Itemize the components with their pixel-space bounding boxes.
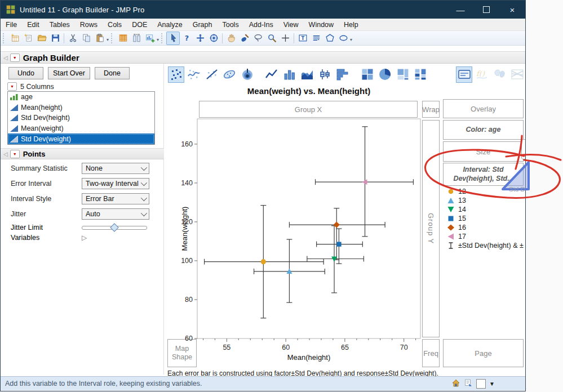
text-annotate-icon[interactable]: T bbox=[296, 32, 309, 45]
columns-icon[interactable] bbox=[130, 32, 143, 45]
graph-add-dropdown-icon[interactable]: ▾ bbox=[157, 37, 159, 42]
new-data-table-icon[interactable] bbox=[8, 32, 21, 45]
bullseye-icon[interactable] bbox=[207, 32, 220, 45]
status-dropdown-icon[interactable]: ▼ bbox=[489, 381, 495, 387]
graph-type-parallel-icon[interactable] bbox=[509, 66, 526, 83]
zone-size[interactable]: Size bbox=[443, 141, 524, 162]
legend-item-age-12[interactable]: 12 bbox=[445, 187, 526, 196]
menu-file[interactable]: File bbox=[1, 19, 22, 30]
menu-graph[interactable]: Graph bbox=[188, 19, 218, 30]
zone-overlay[interactable]: Overlay bbox=[443, 99, 524, 118]
oval-annotate-dropdown-icon[interactable]: ▾ bbox=[350, 37, 352, 42]
zone-group-y[interactable]: Group Y bbox=[422, 120, 440, 337]
point-age-15[interactable] bbox=[336, 242, 341, 246]
menu-edit[interactable]: Edit bbox=[22, 19, 45, 30]
magnifier-icon[interactable] bbox=[265, 32, 278, 45]
collapse-icon[interactable]: ◁ bbox=[3, 55, 8, 61]
legend-item-age-17[interactable]: 17 bbox=[445, 232, 526, 241]
polygon-annotate-icon[interactable] bbox=[323, 32, 336, 45]
journal-window-icon[interactable] bbox=[464, 378, 473, 389]
plot-area[interactable]: 608010012014016055606570 bbox=[170, 117, 423, 360]
menu-tools[interactable]: Tools bbox=[217, 19, 243, 30]
summary-statistic-select[interactable]: None bbox=[82, 163, 149, 174]
red-triangle-menu-icon[interactable]: ▼ bbox=[10, 54, 20, 62]
legend-item-age-15[interactable]: 15 bbox=[445, 214, 526, 223]
menu-rows[interactable]: Rows bbox=[75, 19, 103, 30]
menu-help[interactable]: Help bbox=[339, 19, 363, 30]
graph-type-scatter-icon[interactable] bbox=[168, 66, 184, 83]
menu-cols[interactable]: Cols bbox=[103, 19, 127, 30]
menu-view[interactable]: View bbox=[278, 19, 304, 30]
brush-icon[interactable] bbox=[238, 32, 251, 45]
graph-type-box-plot-icon[interactable] bbox=[317, 66, 333, 83]
slider-thumb[interactable] bbox=[110, 223, 119, 232]
zone-freq[interactable]: Freq bbox=[422, 339, 440, 367]
graph-type-area-icon[interactable] bbox=[299, 66, 316, 83]
done-button[interactable]: Done bbox=[95, 67, 130, 79]
graph-type-line-icon[interactable] bbox=[264, 66, 280, 83]
column-item-mean-weight-[interactable]: Mean(weight) bbox=[8, 123, 154, 134]
graph-type-heatmap-icon[interactable] bbox=[359, 66, 375, 83]
panel-grip-tab[interactable] bbox=[521, 139, 526, 159]
arrow-cursor-icon[interactable] bbox=[166, 32, 180, 45]
cut-icon[interactable] bbox=[66, 32, 79, 45]
open-icon[interactable] bbox=[35, 32, 48, 45]
line-annotate-icon[interactable] bbox=[309, 32, 323, 45]
interval-style-select[interactable]: Error Bar bbox=[82, 193, 149, 204]
home-window-icon[interactable] bbox=[451, 378, 460, 389]
graph-type-caption-box-icon[interactable] bbox=[456, 66, 472, 83]
graph-type-bar-icon[interactable] bbox=[281, 66, 298, 83]
start-over-button[interactable]: Start Over bbox=[48, 67, 90, 79]
oval-annotate-icon[interactable] bbox=[336, 32, 350, 45]
graph-type-mosaic-icon[interactable] bbox=[413, 66, 429, 83]
zone-interval[interactable]: Interval: Std Dev(height), Std... bbox=[443, 163, 524, 186]
variables-disclosure-icon[interactable]: ▷ bbox=[82, 234, 87, 242]
column-item-mean-height-[interactable]: Mean(height) bbox=[8, 103, 154, 113]
graph-type-formula-icon[interactable]: f() bbox=[474, 66, 490, 83]
legend-item-age-16[interactable]: 16 bbox=[445, 223, 526, 232]
point-age-12[interactable] bbox=[261, 259, 266, 264]
graph-type-pie-icon[interactable] bbox=[377, 66, 393, 83]
close-button[interactable]: × bbox=[499, 1, 525, 19]
color-swatch[interactable] bbox=[476, 379, 486, 389]
columns-red-triangle-icon[interactable]: ▼ bbox=[7, 82, 17, 91]
graph-type-map-shapes-icon[interactable] bbox=[491, 66, 508, 83]
crosshair-icon[interactable] bbox=[278, 32, 292, 45]
jitter-limit-slider[interactable] bbox=[82, 226, 147, 230]
zone-page[interactable]: Page bbox=[443, 339, 524, 367]
minimize-button[interactable]: — bbox=[447, 1, 473, 19]
menu-tables[interactable]: Tables bbox=[45, 19, 75, 30]
move-cross-icon[interactable] bbox=[193, 32, 207, 45]
menu-analyze[interactable]: Analyze bbox=[152, 19, 187, 30]
data-table-icon[interactable] bbox=[116, 32, 130, 45]
points-red-triangle-icon[interactable]: ▼ bbox=[10, 150, 20, 158]
legend-item-age-13[interactable]: 13 bbox=[445, 196, 526, 205]
zone-color[interactable]: Color: age bbox=[443, 120, 524, 140]
paste-icon[interactable] bbox=[93, 32, 107, 45]
zone-group-x[interactable]: Group X bbox=[199, 101, 418, 118]
graph-type-histogram-icon[interactable] bbox=[335, 66, 351, 83]
graph-type-line-of-fit-icon[interactable] bbox=[203, 66, 220, 83]
save-icon[interactable] bbox=[48, 32, 62, 45]
graph-type-contour-icon[interactable] bbox=[239, 66, 255, 83]
menu-addins[interactable]: Add-Ins bbox=[244, 19, 278, 30]
graph-add-icon[interactable] bbox=[143, 32, 157, 45]
column-item-std-dev-height-[interactable]: Std Dev(height) bbox=[8, 113, 154, 123]
grabber-hand-icon[interactable] bbox=[224, 32, 238, 45]
graph-type-treemap-icon[interactable] bbox=[394, 66, 411, 83]
zone-wrap[interactable]: Wrap bbox=[422, 101, 440, 118]
menu-doe[interactable]: DOE bbox=[127, 19, 152, 30]
new-journal-icon[interactable] bbox=[21, 32, 35, 45]
graph-type-ellipse-icon[interactable] bbox=[221, 66, 238, 83]
undo-button[interactable]: Undo bbox=[8, 67, 43, 79]
graph-type-smoother-icon[interactable] bbox=[186, 66, 202, 83]
column-item-age[interactable]: age bbox=[8, 92, 154, 103]
legend-item-age-14[interactable]: 14 bbox=[445, 205, 526, 214]
menu-window[interactable]: Window bbox=[304, 19, 339, 30]
column-item-std-dev-weight-[interactable]: Std Dev(weight) bbox=[8, 133, 154, 144]
copy-icon[interactable] bbox=[79, 32, 93, 45]
lasso-icon[interactable] bbox=[251, 32, 265, 45]
jitter-select[interactable]: Auto bbox=[82, 208, 149, 220]
points-collapse-icon[interactable]: ◁ bbox=[3, 151, 8, 157]
help-question-icon[interactable]: ? bbox=[180, 32, 193, 45]
